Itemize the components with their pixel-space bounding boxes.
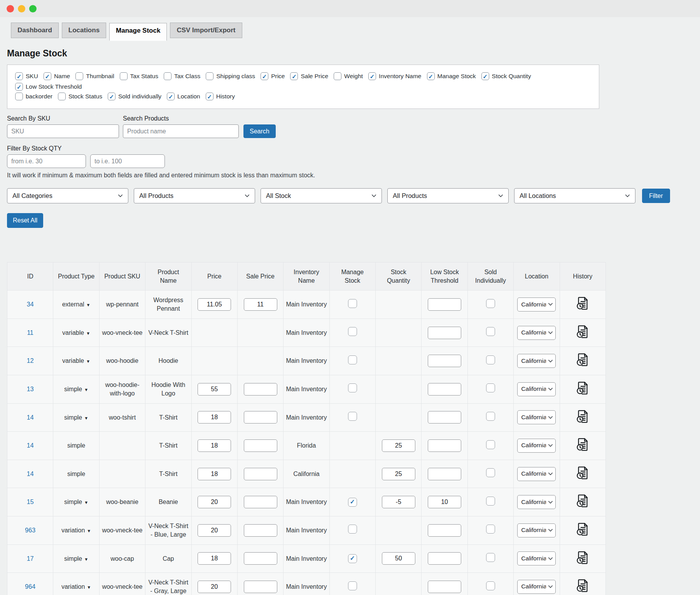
- low-stock-threshold-input[interactable]: [428, 411, 461, 424]
- checkbox-unchecked[interactable]: [75, 72, 83, 80]
- sale-price-input[interactable]: [244, 439, 277, 452]
- reset-all-button[interactable]: Reset All: [7, 213, 43, 228]
- tab-manage-stock[interactable]: Manage Stock: [109, 23, 167, 41]
- sale-price-input[interactable]: [244, 496, 277, 508]
- all-stock-select-3[interactable]: All Stock: [261, 188, 382, 203]
- history-button[interactable]: [575, 380, 590, 396]
- expand-variations-icon[interactable]: ▼: [84, 500, 88, 505]
- checkbox-unchecked[interactable]: [164, 72, 172, 80]
- manage-stock-checkbox-unchecked[interactable]: [348, 383, 357, 392]
- window-minimize-button[interactable]: [18, 5, 25, 12]
- history-button[interactable]: [575, 465, 590, 481]
- manage-stock-checkbox-unchecked[interactable]: [348, 327, 357, 336]
- low-stock-threshold-input[interactable]: [428, 327, 461, 339]
- column-toggle-price[interactable]: Price: [261, 72, 285, 80]
- low-stock-threshold-input[interactable]: [428, 298, 461, 311]
- location-select[interactable]: California: [517, 298, 556, 312]
- product-id-link[interactable]: 12: [27, 357, 34, 364]
- column-toggle-name[interactable]: Name: [44, 72, 70, 80]
- low-stock-threshold-input[interactable]: [428, 496, 461, 508]
- stock-qty-to-input[interactable]: [90, 154, 165, 168]
- checkbox-checked[interactable]: [167, 93, 175, 100]
- stock-quantity-input[interactable]: [382, 468, 415, 480]
- checkbox-unchecked[interactable]: [120, 72, 128, 80]
- sale-price-input[interactable]: [244, 552, 277, 565]
- column-toggle-inventory-name[interactable]: Inventory Name: [368, 72, 421, 80]
- column-toggle-sale-price[interactable]: Sale Price: [290, 72, 328, 80]
- sale-price-input[interactable]: [244, 298, 277, 311]
- column-toggle-tax-status[interactable]: Tax Status: [120, 72, 158, 80]
- stock-qty-from-input[interactable]: [7, 154, 86, 168]
- sold-individually-checkbox-unchecked[interactable]: [486, 412, 495, 421]
- column-toggle-stock-status[interactable]: Stock Status: [58, 93, 102, 100]
- sale-price-input[interactable]: [244, 524, 277, 537]
- column-toggle-sold-individually[interactable]: Sold individually: [108, 93, 161, 100]
- product-id-link[interactable]: 14: [27, 414, 34, 421]
- expand-variations-icon[interactable]: ▼: [86, 359, 90, 364]
- sold-individually-checkbox-unchecked[interactable]: [486, 553, 495, 562]
- product-id-link[interactable]: 13: [27, 386, 34, 392]
- history-button[interactable]: [575, 578, 590, 593]
- tab-csv-import-export[interactable]: CSV Import/Export: [170, 23, 242, 38]
- location-select[interactable]: California: [517, 523, 556, 537]
- checkbox-checked[interactable]: [15, 83, 23, 91]
- history-button[interactable]: [575, 550, 590, 565]
- checkbox-unchecked[interactable]: [206, 72, 214, 80]
- all-products-select-4[interactable]: All Products: [387, 188, 509, 203]
- manage-stock-checkbox-unchecked[interactable]: [348, 412, 357, 421]
- manage-stock-checkbox-checked[interactable]: [348, 498, 357, 507]
- search-products-input[interactable]: [123, 124, 239, 138]
- column-toggle-thumbnail[interactable]: Thumbnail: [75, 72, 114, 80]
- product-id-link[interactable]: 964: [25, 583, 35, 590]
- product-id-link[interactable]: 15: [27, 499, 34, 505]
- checkbox-checked[interactable]: [481, 72, 489, 80]
- history-button[interactable]: [575, 522, 590, 537]
- manage-stock-checkbox-unchecked[interactable]: [348, 581, 357, 590]
- all-products-select-2[interactable]: All Products: [134, 188, 255, 203]
- column-toggle-history[interactable]: History: [206, 93, 235, 100]
- manage-stock-checkbox-unchecked[interactable]: [348, 299, 357, 308]
- column-toggle-location[interactable]: Location: [167, 93, 200, 100]
- low-stock-threshold-input[interactable]: [428, 552, 461, 565]
- checkbox-checked[interactable]: [15, 72, 23, 80]
- price-input[interactable]: [198, 468, 231, 480]
- column-toggle-manage-stock[interactable]: Manage Stock: [427, 72, 476, 80]
- location-select[interactable]: California: [517, 410, 556, 424]
- filter-button[interactable]: Filter: [642, 189, 670, 203]
- manage-stock-checkbox-unchecked[interactable]: [348, 355, 357, 364]
- price-input[interactable]: [198, 552, 231, 565]
- checkbox-checked[interactable]: [427, 72, 435, 80]
- expand-variations-icon[interactable]: ▼: [84, 557, 88, 562]
- checkbox-checked[interactable]: [368, 72, 376, 80]
- checkbox-unchecked[interactable]: [334, 72, 341, 80]
- column-toggle-shipping-class[interactable]: Shipping class: [206, 72, 255, 80]
- product-id-link[interactable]: 14: [27, 471, 34, 477]
- expand-variations-icon[interactable]: ▼: [87, 528, 91, 533]
- window-zoom-button[interactable]: [29, 5, 37, 12]
- history-button[interactable]: [575, 409, 590, 424]
- sold-individually-checkbox-unchecked[interactable]: [486, 383, 495, 392]
- low-stock-threshold-input[interactable]: [428, 524, 461, 537]
- all-locations-select-5[interactable]: All Locations: [514, 188, 635, 203]
- low-stock-threshold-input[interactable]: [428, 355, 461, 367]
- sold-individually-checkbox-unchecked[interactable]: [486, 327, 495, 336]
- checkbox-checked[interactable]: [44, 72, 51, 80]
- tab-dashboard[interactable]: Dashboard: [11, 23, 59, 38]
- search-sku-input[interactable]: [7, 124, 119, 138]
- stock-quantity-input[interactable]: [382, 496, 415, 508]
- low-stock-threshold-input[interactable]: [428, 468, 461, 480]
- sold-individually-checkbox-unchecked[interactable]: [486, 581, 495, 590]
- column-toggle-sku[interactable]: SKU: [15, 72, 38, 80]
- sale-price-input[interactable]: [244, 468, 277, 480]
- checkbox-checked[interactable]: [261, 72, 268, 80]
- location-select[interactable]: California: [517, 551, 556, 565]
- sold-individually-checkbox-unchecked[interactable]: [486, 299, 495, 308]
- checkbox-unchecked[interactable]: [15, 93, 23, 100]
- history-button[interactable]: [575, 437, 590, 452]
- price-input[interactable]: [198, 439, 231, 452]
- price-input[interactable]: [198, 524, 231, 537]
- price-input[interactable]: [198, 496, 231, 508]
- expand-variations-icon[interactable]: ▼: [84, 387, 88, 392]
- sold-individually-checkbox-unchecked[interactable]: [486, 355, 495, 364]
- column-toggle-stock-quantity[interactable]: Stock Quantity: [481, 72, 531, 80]
